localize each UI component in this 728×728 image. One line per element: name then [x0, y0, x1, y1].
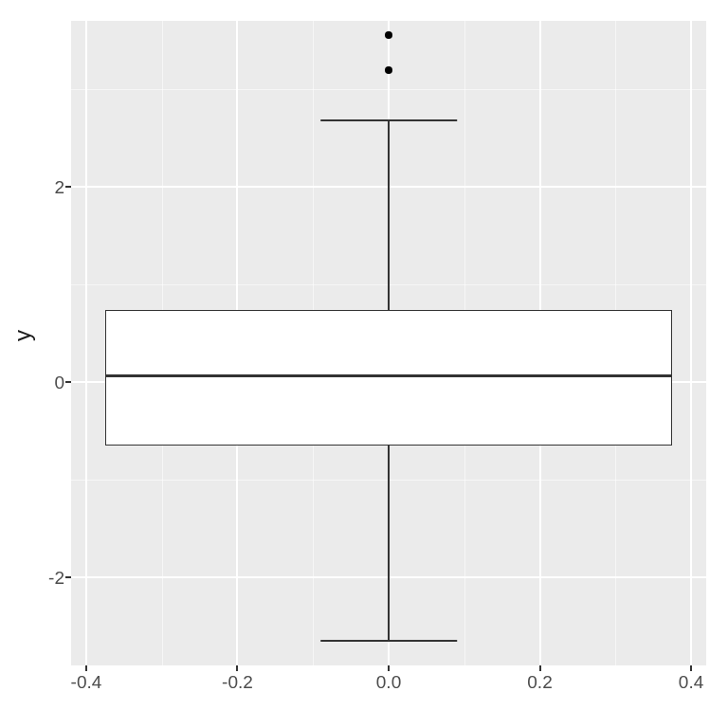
- x-tick-label: 0.0: [376, 673, 401, 691]
- x-tick-label: -0.2: [222, 673, 253, 691]
- y-tick-label: 0: [8, 373, 64, 391]
- figure: y -202-0.4-0.20.00.20.4: [0, 0, 728, 728]
- box-iqr: [105, 310, 672, 446]
- x-tick-mark: [539, 665, 541, 671]
- whisker-lower-cap: [320, 640, 457, 642]
- outlier-point: [385, 66, 392, 74]
- grid-major-v: [85, 21, 87, 665]
- y-tick-label: -2: [8, 569, 64, 587]
- whisker-upper-line: [388, 120, 390, 310]
- grid-major-v: [690, 21, 692, 665]
- y-tick-mark: [65, 186, 71, 188]
- y-tick-mark: [65, 381, 71, 383]
- x-tick-label: -0.4: [71, 673, 102, 691]
- whisker-lower-line: [388, 446, 390, 641]
- plot-panel: [71, 21, 706, 665]
- y-tick-mark: [65, 576, 71, 578]
- x-tick-label: 0.4: [679, 673, 703, 691]
- median-line: [105, 374, 672, 377]
- x-tick-mark: [236, 665, 238, 671]
- x-tick-mark: [690, 665, 692, 671]
- y-axis-title: y: [11, 330, 34, 341]
- x-tick-mark: [85, 665, 87, 671]
- y-tick-label: 2: [8, 178, 64, 196]
- outlier-point: [385, 31, 392, 39]
- x-tick-mark: [388, 665, 390, 671]
- x-tick-label: 0.2: [527, 673, 552, 691]
- whisker-upper-cap: [320, 119, 457, 121]
